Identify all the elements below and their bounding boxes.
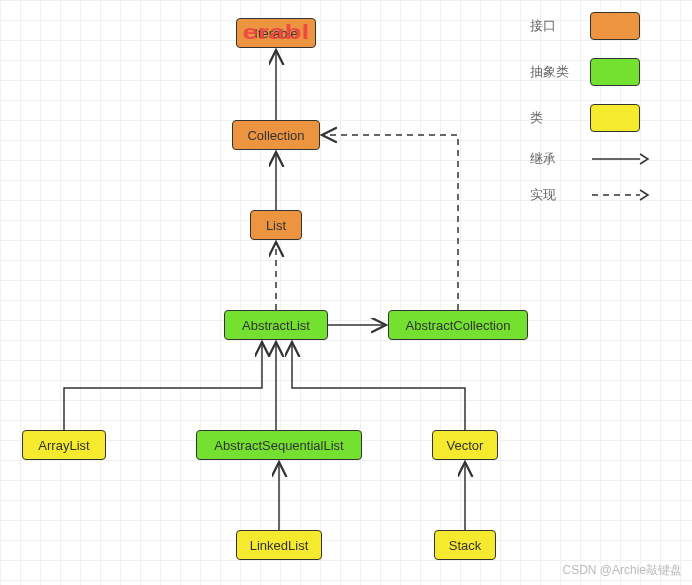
legend-label-implement: 实现 (530, 186, 574, 204)
node-vector: Vector (432, 430, 498, 460)
legend-label-interface: 接口 (530, 17, 574, 35)
legend-swatch-interface (590, 12, 640, 40)
node-collection: Collection (232, 120, 320, 150)
legend-row-inherit: 继承 (530, 150, 680, 168)
legend-row-abstract: 抽象类 (530, 58, 680, 86)
node-stack: Stack (434, 530, 496, 560)
node-array-list: ArrayList (22, 430, 106, 460)
legend-row-interface: 接口 (530, 12, 680, 40)
node-abstract-sequential-list: AbstractSequentialList (196, 430, 362, 460)
node-abstract-list: AbstractList (224, 310, 328, 340)
legend-label-inherit: 继承 (530, 150, 574, 168)
legend-swatch-abstract (590, 58, 640, 86)
legend-row-class: 类 (530, 104, 680, 132)
legend-swatch-class (590, 104, 640, 132)
watermark: CSDN @Archie敲键盘 (562, 562, 682, 579)
node-iterable: Iterable (236, 18, 316, 48)
legend-line-solid (590, 150, 650, 168)
legend-line-dashed (590, 186, 650, 204)
legend-row-implement: 实现 (530, 186, 680, 204)
legend-label-class: 类 (530, 109, 574, 127)
node-list: List (250, 210, 302, 240)
node-linked-list: LinkedList (236, 530, 322, 560)
node-abstract-collection: AbstractCollection (388, 310, 528, 340)
legend-label-abstract: 抽象类 (530, 63, 574, 81)
legend: 接口 抽象类 类 继承 实现 (530, 12, 680, 222)
